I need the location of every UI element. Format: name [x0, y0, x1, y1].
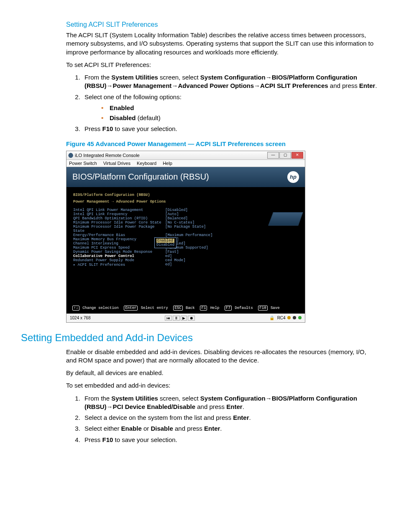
- status-dot-green: [298, 316, 302, 319]
- bios-screen: BIOS/Platform Configuration (RBSU) hp BI…: [66, 167, 305, 314]
- emb-step-1: From the System Utilities screen, select…: [82, 394, 378, 411]
- bios-option-row[interactable]: Intel QPI Link Power Management[Disabled…: [73, 208, 298, 212]
- acpi-step-2: Select one of the following options: Ena…: [82, 93, 378, 123]
- bios-option-row[interactable]: Maximum PCI Express Speed[Maximum Suppor…: [73, 246, 298, 250]
- bios-option-row[interactable]: ▸ ACPI SLIT Preferencesed]: [73, 262, 298, 267]
- popup-disabled[interactable]: Disabled: [156, 243, 174, 247]
- bios-footer: ↑↓ Change selection Enter Select entry E…: [72, 306, 300, 310]
- bios-option-row[interactable]: Collaborative Power Controled]: [73, 254, 298, 258]
- para-emb-to: To set embedded and add-in devices:: [66, 381, 378, 390]
- bios-option-row[interactable]: Minimum Processor Idle Power Core State[…: [73, 221, 298, 225]
- acpi-step-1: From the System Utilities screen, select…: [82, 73, 378, 90]
- figure-caption: Figure 45 Advanced Power Management — AC…: [66, 140, 378, 147]
- para-acpi-to: To set ACPI SLIT Preferences:: [66, 61, 378, 69]
- emb-step-3: Select either Enable or Disable and pres…: [82, 424, 378, 433]
- acpi-step-3: Press F10 to save your selection.: [82, 125, 378, 133]
- popup-enabled[interactable]: Enabled: [156, 239, 174, 243]
- bios-title: BIOS/Platform Configuration (RBSU): [72, 172, 209, 182]
- breadcrumb-1: BIOS/Platform Configuration (RBSU): [73, 193, 298, 197]
- option-popup[interactable]: Enabled Disabled: [154, 237, 176, 248]
- bios-option-row[interactable]: Redundant Power Supply Modeced Mode]: [73, 258, 298, 262]
- bios-option-row[interactable]: Intel QPI Link Frequency[Auto]: [73, 212, 298, 216]
- para-emb-default: By default, all devices are enabled.: [66, 369, 378, 377]
- rc-label: RC4: [277, 316, 286, 320]
- bios-option-row[interactable]: Channel Interleaving[Enabled]: [73, 242, 298, 246]
- emb-step-2: Select a device on the system from the l…: [82, 414, 378, 422]
- para-acpi-desc: The ACPI SLIT (System Locality Informati…: [66, 31, 378, 57]
- menu-help[interactable]: Help: [163, 161, 172, 166]
- status-dot-yellow: [287, 316, 291, 319]
- hp-logo-icon: hp: [287, 171, 299, 183]
- status-bar: 1024 x 768 ⏮⏸▶⏺ 🔒 RC4: [66, 314, 305, 322]
- bios-option-row[interactable]: Maximum Memory Bus Frequency[Auto]: [73, 237, 298, 242]
- menu-virtual-drives[interactable]: Virtual Drives: [103, 161, 130, 166]
- server-image: [268, 212, 303, 226]
- bios-option-row[interactable]: Minimum Processor Idle Power Package Sta…: [73, 225, 298, 233]
- menu-power-switch[interactable]: Power Switch: [69, 161, 97, 166]
- window-title: iLO Integrated Remote Console: [75, 153, 267, 158]
- close-button[interactable]: ✕: [292, 152, 303, 159]
- window-titlebar: ⬤ iLO Integrated Remote Console — ▢ ✕: [66, 151, 305, 160]
- bios-option-row[interactable]: Energy/Performance Bias[Maximum Performa…: [73, 233, 298, 237]
- menubar: Power Switch Virtual Drives Keyboard Hel…: [66, 160, 305, 167]
- maximize-button[interactable]: ▢: [279, 152, 291, 159]
- breadcrumb-2: Power Management → Advanced Power Option…: [73, 200, 298, 204]
- status-dot-dark: [293, 316, 296, 319]
- resolution-label: 1024 x 768: [70, 316, 91, 320]
- heading-embedded: Setting Embedded and Add-in Devices: [21, 332, 378, 344]
- screenshot: ⬤ iLO Integrated Remote Console — ▢ ✕ Po…: [66, 151, 305, 323]
- emb-step-4: Press F10 to save your selection.: [82, 436, 378, 444]
- bios-option-row[interactable]: QPI Bandwidth Optimization (RTID)[Balanc…: [73, 216, 298, 221]
- heading-acpi: Setting ACPI SLIT Preferences: [66, 21, 378, 28]
- bios-option-row[interactable]: Dynamic Power Savings Mode Response[Fast…: [73, 250, 298, 254]
- playback-buttons[interactable]: ⏮⏸▶⏺: [91, 316, 269, 321]
- menu-keyboard[interactable]: Keyboard: [137, 161, 156, 166]
- hp-icon: ⬤: [68, 152, 73, 158]
- para-emb-desc: Enable or disable embedded and add-in de…: [66, 348, 378, 365]
- minimize-button[interactable]: —: [267, 152, 279, 159]
- lock-icon: 🔒: [269, 316, 274, 320]
